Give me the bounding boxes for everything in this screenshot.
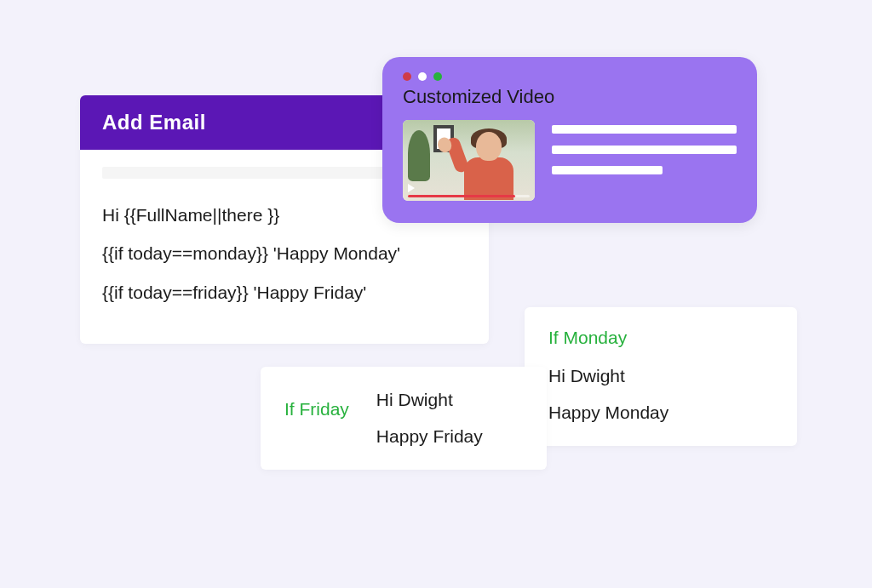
condition-label: If Friday xyxy=(284,387,349,420)
result-monday-card: If Monday Hi Dwight Happy Monday xyxy=(525,307,797,446)
video-content-row xyxy=(403,120,737,201)
result-message: Happy Friday xyxy=(376,424,483,448)
video-progress-fill xyxy=(408,195,515,197)
head-illustration xyxy=(476,132,502,161)
result-message: Happy Monday xyxy=(548,400,773,425)
email-card-title: Add Email xyxy=(102,111,206,134)
result-friday-texts: Hi Dwight Happy Friday xyxy=(376,387,483,449)
customized-video-card: Customized Video xyxy=(382,57,757,223)
plant-decoration xyxy=(408,130,430,181)
video-description-placeholder xyxy=(552,120,737,186)
video-progress-bar[interactable] xyxy=(408,195,530,197)
minimize-dot-icon[interactable] xyxy=(418,72,427,81)
condition-label: If Monday xyxy=(548,328,773,348)
person-waving-illustration xyxy=(456,130,524,198)
text-placeholder-line xyxy=(552,166,663,174)
video-card-title: Customized Video xyxy=(403,86,737,108)
torso-illustration xyxy=(464,157,513,200)
maximize-dot-icon[interactable] xyxy=(433,72,442,81)
video-thumbnail[interactable] xyxy=(403,120,535,201)
email-template-line: {{if today==friday}} 'Happy Friday' xyxy=(102,280,467,305)
text-placeholder-line xyxy=(552,125,737,134)
result-greeting: Hi Dwight xyxy=(376,387,483,412)
result-friday-card: If Friday Hi Dwight Happy Friday xyxy=(261,367,547,470)
close-dot-icon[interactable] xyxy=(403,72,411,81)
result-greeting: Hi Dwight xyxy=(548,363,773,388)
window-controls xyxy=(403,72,737,81)
play-icon[interactable] xyxy=(408,184,415,192)
text-placeholder-line xyxy=(552,146,737,154)
email-template-line: {{if today==monday}} 'Happy Monday' xyxy=(102,241,467,265)
